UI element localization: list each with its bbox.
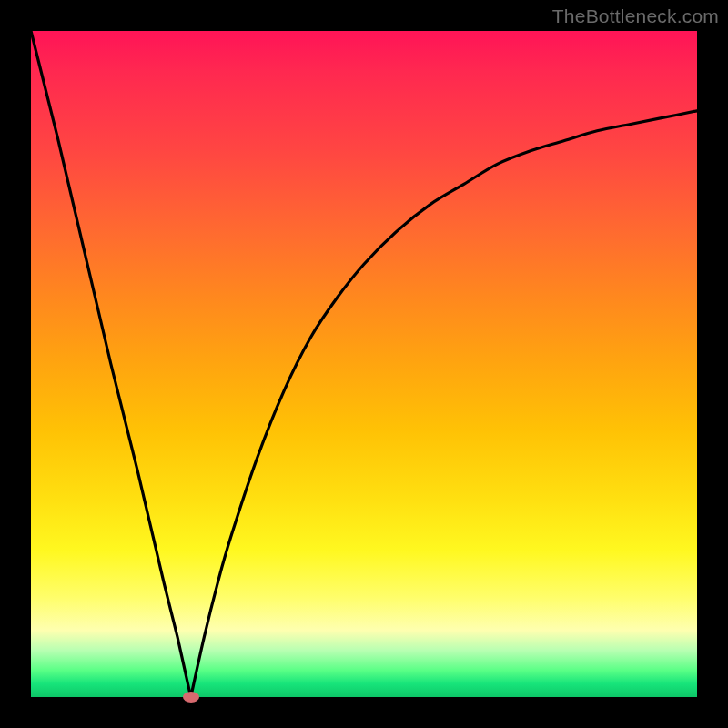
min-marker-dot — [183, 692, 199, 703]
attribution-text: TheBottleneck.com — [552, 5, 719, 27]
plot-area — [31, 31, 697, 697]
chart-frame: TheBottleneck.com — [0, 0, 728, 728]
bottleneck-curve — [31, 31, 697, 697]
